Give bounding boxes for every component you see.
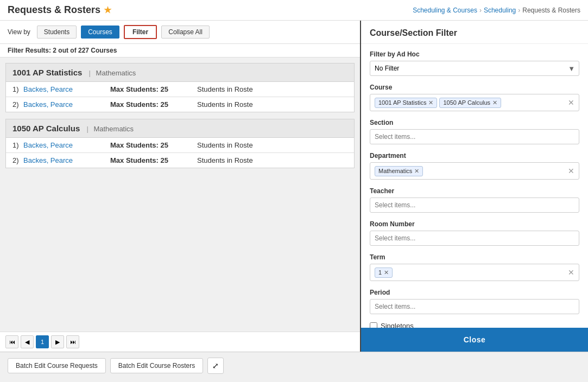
pagination-page-1[interactable]: 1 [36,335,49,348]
course-tags-input[interactable]: 1001 AP Statistics ✕ 1050 AP Calculus ✕ … [370,94,579,111]
table-row: 2) Backes, Pearce Max Students: 25 Stude… [6,97,354,112]
top-header: Requests & Rosters ★ Scheduling & Course… [0,0,588,21]
section-max: Max Students: 25 [110,156,197,164]
section-input[interactable] [370,129,579,144]
page-title: Requests & Rosters ★ [8,4,111,16]
table-row: 1) Backes, Pearce Max Students: 25 Stude… [6,82,354,97]
pagination-bar: ⏮ ◀ 1 ▶ ⏭ [0,332,360,352]
filter-results-bar: Filter Results: 2 out of 227 Courses [0,44,360,58]
course-tag-1001: 1001 AP Statistics ✕ [375,98,437,108]
period-field: Period [370,289,579,314]
course-label: Course [370,84,579,91]
section-teacher[interactable]: Backes, Pearce [23,141,110,149]
expand-button[interactable]: ⤢ [207,358,224,374]
term-tag-1: 1 ✕ [375,268,393,278]
filter-body: Filter by Ad Hoc No Filter ▼ Course 1001… [361,44,588,328]
department-field: Department Mathematics ✕ ✕ [370,152,579,180]
section-num: 2) [12,100,23,109]
singletons-label: Singletons [381,322,414,328]
course-group-header-1001: 1001 AP Statistics | Mathematics [6,63,354,82]
department-clear-all[interactable]: ✕ [568,167,574,175]
section-teacher[interactable]: Backes, Pearce [23,100,110,109]
course-name-1050: 1050 AP Calculus [12,124,80,133]
students-view-button[interactable]: Students [37,26,77,39]
period-label: Period [370,289,579,296]
singletons-row: Singletons [370,322,579,328]
room-label: Room Number [370,220,579,228]
batch-edit-requests-button[interactable]: Batch Edit Course Requests [8,358,106,373]
star-icon[interactable]: ★ [104,5,111,15]
singletons-checkbox[interactable] [370,322,377,328]
term-field: Term 1 ✕ ✕ [370,253,579,281]
view-by-label: View by [8,28,30,36]
room-input[interactable] [370,231,579,246]
pagination-prev[interactable]: ◀ [21,335,34,348]
courses-view-button[interactable]: Courses [81,26,119,39]
pagination-first[interactable]: ⏮ [5,335,18,348]
course-tag-1001-remove[interactable]: ✕ [428,99,433,106]
department-tag-math-remove[interactable]: ✕ [414,168,419,175]
filter-close-button[interactable]: Close [361,328,588,352]
filter-button[interactable]: Filter [124,25,157,39]
section-max: Max Students: 25 [110,85,197,93]
collapse-all-button[interactable]: Collapse All [161,26,210,39]
term-tags-input[interactable]: 1 ✕ ✕ [370,264,579,281]
bottom-bar: Batch Edit Course Requests Batch Edit Co… [0,352,588,379]
table-row: 1) Backes, Pearce Max Students: 25 Stude… [6,138,354,153]
main-layout: View by Students Courses Filter Collapse… [0,21,588,352]
course-clear-all[interactable]: ✕ [568,98,574,107]
ad-hoc-label: Filter by Ad Hoc [370,50,579,58]
course-name-1001: 1001 AP Statistics [12,68,82,77]
course-tag-1050: 1050 AP Calculus ✕ [439,98,501,108]
section-field: Section [370,119,579,144]
section-max: Max Students: 25 [110,100,197,109]
left-panel: View by Students Courses Filter Collapse… [0,21,360,352]
section-roster: Students in Roste [197,156,253,164]
section-roster: Students in Roste [197,141,253,149]
ad-hoc-select-wrap: No Filter ▼ [370,61,579,76]
section-roster: Students in Roste [197,85,253,93]
term-clear-all[interactable]: ✕ [568,268,574,277]
table-row: 2) Backes, Pearce Max Students: 25 Stude… [6,153,354,168]
teacher-field: Teacher [370,187,579,213]
ad-hoc-select[interactable]: No Filter [370,61,579,76]
course-group-1001: 1001 AP Statistics | Mathematics 1) Back… [5,63,355,112]
page-title-text: Requests & Rosters [8,4,100,16]
term-label: Term [370,253,579,261]
section-label: Section [370,119,579,126]
section-max: Max Students: 25 [110,141,197,149]
section-num: 1) [12,141,23,149]
course-field: Course 1001 AP Statistics ✕ 1050 AP Calc… [370,84,579,111]
course-dept-1050: | Mathematics [86,125,134,133]
filter-panel-title: Course/Section Filter [361,21,588,44]
section-teacher[interactable]: Backes, Pearce [23,85,110,93]
department-tags-input[interactable]: Mathematics ✕ ✕ [370,162,579,180]
pagination-next[interactable]: ▶ [51,335,64,348]
section-teacher[interactable]: Backes, Pearce [23,156,110,164]
ad-hoc-field: Filter by Ad Hoc No Filter ▼ [370,50,579,76]
filter-results-text: Filter Results: 2 out of 227 Courses [8,47,117,54]
breadcrumb: Scheduling & Courses › Scheduling › Requ… [413,7,580,14]
toolbar: View by Students Courses Filter Collapse… [0,21,360,44]
room-field: Room Number [370,220,579,246]
breadcrumb-scheduling[interactable]: Scheduling [484,7,516,14]
term-tag-1-remove[interactable]: ✕ [384,269,389,276]
batch-edit-rosters-button[interactable]: Batch Edit Course Rosters [110,358,203,373]
course-tag-1050-remove[interactable]: ✕ [492,99,497,106]
teacher-input[interactable] [370,198,579,213]
breadcrumb-current: Requests & Rosters [522,7,580,14]
pagination-last[interactable]: ⏭ [66,335,79,348]
course-dept-1001: | Mathematics [89,69,136,77]
section-num: 1) [12,85,23,93]
department-tag-math: Mathematics ✕ [375,166,423,176]
section-num: 2) [12,156,23,164]
breadcrumb-scheduling-courses[interactable]: Scheduling & Courses [413,7,477,14]
teacher-label: Teacher [370,187,579,195]
course-list: 1001 AP Statistics | Mathematics 1) Back… [0,58,360,332]
course-group-1050: 1050 AP Calculus | Mathematics 1) Backes… [5,119,355,168]
section-roster: Students in Roste [197,100,253,109]
filter-panel: Course/Section Filter Filter by Ad Hoc N… [360,21,588,352]
department-label: Department [370,152,579,160]
course-group-header-1050: 1050 AP Calculus | Mathematics [6,119,354,138]
period-input[interactable] [370,299,579,314]
